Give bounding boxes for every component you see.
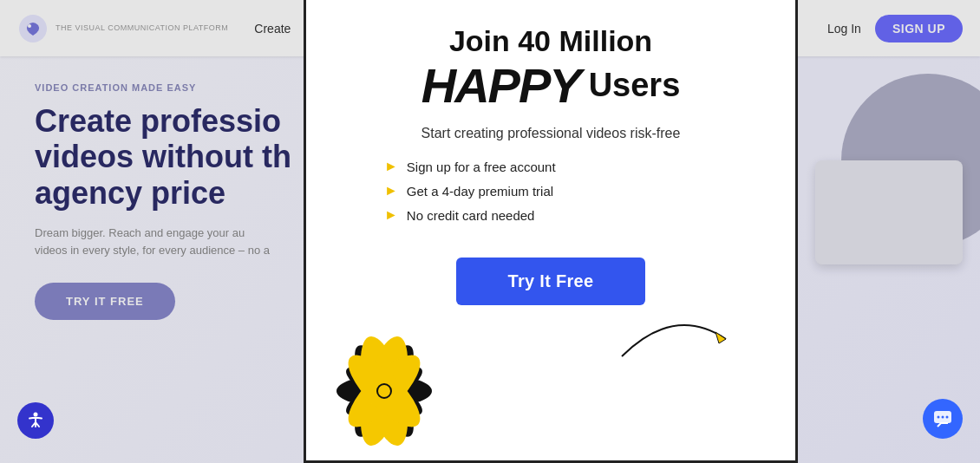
svg-point-4 [336, 375, 432, 407]
modal-yellow-right-border [795, 0, 798, 460]
bullet-arrow-1: ► [384, 159, 398, 174]
chat-button[interactable] [923, 399, 963, 439]
accessibility-button[interactable] [17, 402, 54, 439]
modal-subtitle: Start creating professional videos risk-… [421, 126, 681, 141]
bullet-text-1: Sign up for a free account [407, 160, 556, 174]
svg-marker-12 [715, 332, 726, 343]
bullet-arrow-2: ► [384, 183, 398, 199]
bullet-text-2: Get a 4-day premium trial [407, 184, 553, 199]
svg-point-3 [344, 338, 423, 444]
svg-point-8 [351, 332, 417, 451]
modal-users-word: Users [589, 67, 681, 104]
svg-point-17 [946, 416, 949, 419]
modal-happy-word: HAPPY [421, 57, 580, 114]
bullet-item-3: ► No credit card needed [384, 207, 556, 223]
svg-point-5 [340, 358, 428, 424]
svg-point-9 [338, 345, 430, 437]
svg-point-15 [938, 416, 940, 419]
svg-point-11 [377, 384, 391, 398]
bullet-text-3: No credit card needed [407, 208, 535, 223]
bullet-item-2: ► Get a 4-day premium trial [384, 183, 556, 199]
svg-point-2 [344, 338, 423, 444]
svg-point-7 [351, 332, 417, 451]
bullet-item-1: ► Sign up for a free account [384, 159, 556, 174]
modal-bullets: ► Sign up for a free account ► Get a 4-d… [384, 159, 556, 232]
modal-popup: Join 40 Million HAPPY Users Start creati… [304, 0, 798, 463]
chat-icon [932, 408, 953, 429]
modal-cta-button[interactable]: Try It Free [456, 258, 646, 305]
modal-join-text: Join 40 Million [449, 26, 652, 55]
svg-point-6 [340, 358, 428, 424]
svg-point-16 [942, 416, 944, 419]
accessibility-icon [26, 411, 45, 430]
flower-burst-svg [315, 296, 454, 463]
modal-happy-row: HAPPY Users [421, 57, 681, 114]
bullet-arrow-3: ► [384, 207, 398, 223]
svg-point-10 [338, 345, 430, 437]
svg-point-13 [34, 413, 38, 417]
